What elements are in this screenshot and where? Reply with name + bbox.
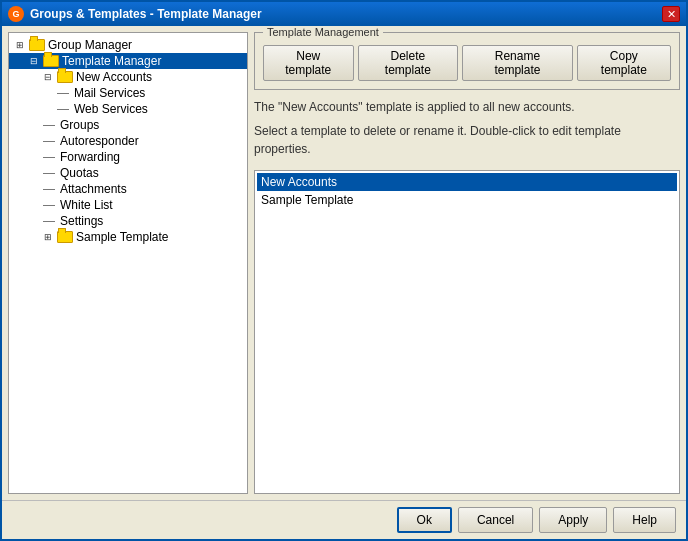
tree-item-sample-template[interactable]: ⊞ Sample Template: [9, 229, 247, 245]
tree-label: Mail Services: [74, 86, 145, 100]
tree-label: White List: [60, 198, 113, 212]
tree-item-white-list[interactable]: — White List: [9, 197, 247, 213]
info-line1: The "New Accounts" template is applied t…: [254, 98, 680, 116]
expand-icon: ⊞: [41, 230, 55, 244]
tree-item-group-manager[interactable]: ⊞ Group Manager: [9, 37, 247, 53]
rename-template-button[interactable]: Rename template: [462, 45, 573, 81]
tree-label: Web Services: [74, 102, 148, 116]
tree-label: Autoresponder: [60, 134, 139, 148]
leaf-dash: —: [41, 198, 57, 212]
expand-icon: ⊞: [13, 38, 27, 52]
tree-item-new-accounts[interactable]: ⊟ New Accounts: [9, 69, 247, 85]
folder-icon: [57, 71, 73, 83]
window-body: ⊞ Group Manager ⊟ Template Manager ⊟ New…: [2, 26, 686, 500]
tree-label: Quotas: [60, 166, 99, 180]
info-section: The "New Accounts" template is applied t…: [254, 98, 680, 164]
leaf-dash: —: [55, 86, 71, 100]
list-item-new-accounts[interactable]: New Accounts: [257, 173, 677, 191]
apply-button[interactable]: Apply: [539, 507, 607, 533]
window-title: Groups & Templates - Template Manager: [30, 7, 262, 21]
leaf-dash: —: [41, 166, 57, 180]
group-legend: Template Management: [263, 26, 383, 38]
main-window: G Groups & Templates - Template Manager …: [0, 0, 688, 541]
leaf-dash: —: [41, 150, 57, 164]
leaf-dash: —: [41, 182, 57, 196]
tree-label: Settings: [60, 214, 103, 228]
close-button[interactable]: ✕: [662, 6, 680, 22]
leaf-dash: —: [41, 134, 57, 148]
leaf-dash: —: [55, 102, 71, 116]
info-line2: Select a template to delete or rename it…: [254, 122, 680, 158]
tree-item-quotas[interactable]: — Quotas: [9, 165, 247, 181]
title-bar-left: G Groups & Templates - Template Manager: [8, 6, 262, 22]
tree-panel: ⊞ Group Manager ⊟ Template Manager ⊟ New…: [8, 32, 248, 494]
copy-template-button[interactable]: Copy template: [577, 45, 671, 81]
template-list-box[interactable]: New Accounts Sample Template: [254, 170, 680, 494]
list-item-sample-template[interactable]: Sample Template: [257, 191, 677, 209]
tree-label: Group Manager: [48, 38, 132, 52]
new-template-button[interactable]: New template: [263, 45, 354, 81]
title-bar: G Groups & Templates - Template Manager …: [2, 2, 686, 26]
expand-icon: ⊟: [27, 54, 41, 68]
leaf-dash: —: [41, 118, 57, 132]
template-management-group: Template Management New template Delete …: [254, 32, 680, 90]
right-panel: Template Management New template Delete …: [254, 32, 680, 494]
tree-label: Groups: [60, 118, 99, 132]
tree-item-groups[interactable]: — Groups: [9, 117, 247, 133]
tree-item-settings[interactable]: — Settings: [9, 213, 247, 229]
leaf-dash: —: [41, 214, 57, 228]
tree-item-web-services[interactable]: — Web Services: [9, 101, 247, 117]
ok-button[interactable]: Ok: [397, 507, 452, 533]
folder-icon: [43, 55, 59, 67]
folder-icon: [29, 39, 45, 51]
window-footer: Ok Cancel Apply Help: [2, 500, 686, 539]
tree-label: Forwarding: [60, 150, 120, 164]
tree-label: New Accounts: [76, 70, 152, 84]
folder-icon: [57, 231, 73, 243]
tree-label: Attachments: [60, 182, 127, 196]
expand-icon: ⊟: [41, 70, 55, 84]
cancel-button[interactable]: Cancel: [458, 507, 533, 533]
tree-label: Template Manager: [62, 54, 161, 68]
toolbar-buttons: New template Delete template Rename temp…: [263, 41, 671, 81]
tree-item-attachments[interactable]: — Attachments: [9, 181, 247, 197]
tree-item-template-manager[interactable]: ⊟ Template Manager: [9, 53, 247, 69]
tree-item-forwarding[interactable]: — Forwarding: [9, 149, 247, 165]
app-icon: G: [8, 6, 24, 22]
tree-label: Sample Template: [76, 230, 169, 244]
tree-item-autoresponder[interactable]: — Autoresponder: [9, 133, 247, 149]
tree-item-mail-services[interactable]: — Mail Services: [9, 85, 247, 101]
delete-template-button[interactable]: Delete template: [358, 45, 459, 81]
help-button[interactable]: Help: [613, 507, 676, 533]
